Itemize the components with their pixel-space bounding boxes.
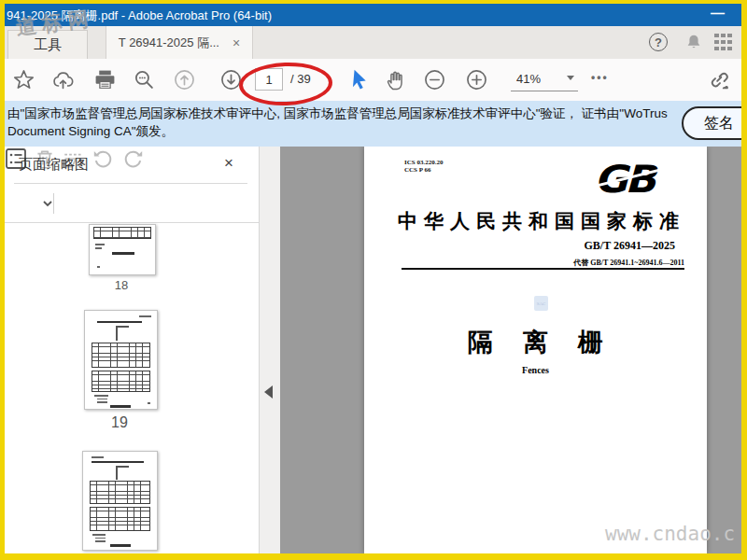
thumbnail-graphic <box>93 227 151 239</box>
favorites-star-icon[interactable] <box>12 68 35 91</box>
tab-document-label: T 26941-2025 隔... <box>119 35 219 51</box>
chevron-down-icon <box>567 76 574 80</box>
zoom-level-select[interactable]: 41% <box>511 70 578 91</box>
signature-notification-bar: 由"国家市场监督管理总局国家标准技术审评中心, 国家市场监督管理总局国家标准技术… <box>5 101 741 147</box>
notifications-bell-icon[interactable] <box>684 32 704 52</box>
panel-title: 页面缩略图 <box>19 156 89 174</box>
help-icon[interactable]: ? <box>649 33 668 51</box>
signature-panel-button[interactable]: 签名 <box>682 106 741 140</box>
select-tool-icon[interactable] <box>347 67 372 91</box>
thumbnail-label-19: 19 <box>87 414 152 431</box>
pdf-page: ICS 03.220.20 CCS P 66 GB 中华人民共和国国家标准 GB… <box>364 147 707 553</box>
document-title-cn: 隔离栅 <box>364 326 707 359</box>
search-icon[interactable] <box>133 68 156 91</box>
notification-text-line1: 由"国家市场监督管理总局国家标准技术审评中心, 国家市场监督管理总局国家标准技术… <box>7 105 668 122</box>
zoom-in-icon[interactable] <box>465 68 488 91</box>
sac-stamp: SAC <box>534 296 548 311</box>
screenshot-frame: 941-2025 隔离栅.pdf - Adobe Acrobat Pro (64… <box>0 0 747 560</box>
rotate-cw-icon[interactable] <box>120 147 147 171</box>
gb-logo: GB <box>594 159 667 200</box>
tab-document[interactable]: T 26941-2025 隔... × <box>106 26 253 59</box>
cndao-watermark: www.cndao.c <box>605 523 735 545</box>
collapse-panel-icon[interactable] <box>264 385 273 399</box>
hand-tool-icon[interactable] <box>384 68 407 91</box>
share-upload-icon[interactable] <box>51 68 75 91</box>
zoom-out-icon[interactable] <box>423 68 446 91</box>
divider <box>5 222 259 223</box>
tab-close-icon[interactable]: × <box>233 35 240 50</box>
standard-number: GB/T 26941—2025 <box>585 239 675 253</box>
document-pane[interactable]: ICS 03.220.20 CCS P 66 GB 中华人民共和国国家标准 GB… <box>280 147 741 553</box>
tab-bar: 工具 T 26941-2025 隔... × ? <box>5 26 741 60</box>
more-tools-button[interactable]: ••• <box>591 71 609 84</box>
rotate-ccw-icon[interactable] <box>90 147 116 171</box>
notification-text-line2: Document Signing CA"颁发。 <box>7 123 174 140</box>
title-bar: 941-2025 隔离栅.pdf - Adobe Acrobat Pro (64… <box>5 4 741 26</box>
replaces-note: 代替 GB/T 26941.1~26941.6—2011 <box>573 258 684 268</box>
app-grid-icon[interactable] <box>714 34 733 52</box>
divider <box>402 268 684 270</box>
acrobat-window: 941-2025 隔离栅.pdf - Adobe Acrobat Pro (64… <box>5 4 741 553</box>
main-toolbar: 1 / 39 41% ••• <box>5 59 741 102</box>
page-thumbnails-panel: 页面缩略图 × <box>5 147 259 553</box>
document-title-en: Fences <box>364 365 707 375</box>
chevron-down-icon[interactable] <box>42 199 53 208</box>
thumbnail-label-18: 18 <box>89 278 154 292</box>
minimize-button[interactable]: — <box>711 5 725 21</box>
panel-splitter[interactable] <box>259 147 281 553</box>
previous-page-icon[interactable] <box>173 68 196 91</box>
standard-heading: 中华人民共和国国家标准 <box>398 208 697 234</box>
thumbnail-page-18[interactable] <box>89 224 156 275</box>
panel-close-icon[interactable]: × <box>224 154 233 173</box>
thumbnail-page-20[interactable] <box>82 451 158 551</box>
divider <box>14 183 247 184</box>
thumbnail-page-19[interactable] <box>84 310 158 410</box>
ics-code: ICS 03.220.20 CCS P 66 <box>404 159 443 174</box>
print-icon[interactable] <box>93 68 117 91</box>
share-link-icon[interactable] <box>707 67 731 91</box>
divider <box>53 193 54 214</box>
zoom-level-value: 41% <box>516 72 541 86</box>
main-area: 页面缩略图 × <box>5 147 741 553</box>
